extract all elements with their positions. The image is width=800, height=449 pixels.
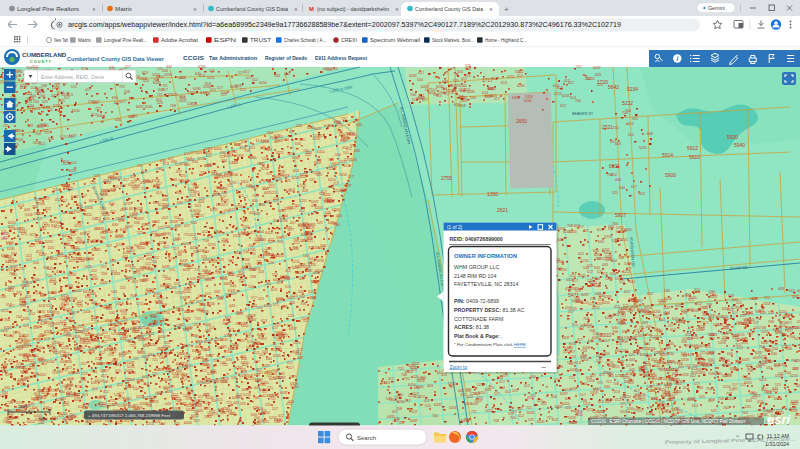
svg-text:417: 417 <box>160 233 166 237</box>
svg-text:...: ... <box>541 363 546 369</box>
svg-text:443: 443 <box>258 270 264 274</box>
svg-text:525: 525 <box>632 117 638 121</box>
svg-text:630: 630 <box>23 317 29 321</box>
svg-text:412: 412 <box>252 78 258 82</box>
svg-text:525: 525 <box>175 237 181 241</box>
svg-text:5318: 5318 <box>681 373 689 377</box>
svg-text:704: 704 <box>299 295 305 299</box>
svg-text:534: 534 <box>133 387 139 391</box>
svg-text:6437: 6437 <box>758 363 766 367</box>
svg-text:5215: 5215 <box>706 352 714 356</box>
svg-text:6205: 6205 <box>562 94 570 98</box>
svg-text:ACRES: 81.38: ACRES: 81.38 <box>454 324 489 330</box>
svg-text:443: 443 <box>148 332 154 336</box>
svg-text:534: 534 <box>243 225 249 229</box>
svg-text:525: 525 <box>231 376 237 380</box>
svg-text:525: 525 <box>528 418 534 422</box>
svg-text:6437: 6437 <box>280 391 288 395</box>
svg-text:443: 443 <box>629 358 635 362</box>
svg-text:613: 613 <box>565 388 571 392</box>
svg-text:443: 443 <box>732 298 738 302</box>
svg-text:704: 704 <box>785 371 791 375</box>
svg-text:517: 517 <box>131 180 137 184</box>
svg-text:517: 517 <box>251 296 257 300</box>
svg-text:BEAVER ST: BEAVER ST <box>572 112 594 116</box>
svg-text:6410: 6410 <box>405 370 413 374</box>
svg-text:517: 517 <box>81 362 87 366</box>
svg-text:515: 515 <box>169 268 175 272</box>
svg-text:721: 721 <box>764 296 770 300</box>
svg-text:5318: 5318 <box>341 138 349 142</box>
svg-text:721: 721 <box>133 404 139 408</box>
svg-text:525: 525 <box>58 414 64 418</box>
svg-text:5318: 5318 <box>449 406 457 410</box>
svg-text:704: 704 <box>267 131 273 135</box>
svg-text:6205: 6205 <box>102 213 110 217</box>
svg-text:515: 515 <box>685 364 691 368</box>
svg-text:517: 517 <box>222 203 228 207</box>
svg-text:515: 515 <box>515 70 521 74</box>
svg-text:6410: 6410 <box>602 301 610 305</box>
svg-text:6205: 6205 <box>193 87 201 91</box>
svg-text:443: 443 <box>196 151 202 155</box>
svg-text:i: i <box>676 55 678 62</box>
svg-text:6410: 6410 <box>47 267 55 271</box>
svg-text:412: 412 <box>651 358 657 362</box>
svg-text:525: 525 <box>111 332 117 336</box>
svg-text:525: 525 <box>67 238 73 242</box>
svg-text:525: 525 <box>317 221 323 225</box>
svg-text:525: 525 <box>90 181 96 185</box>
svg-text:443: 443 <box>642 321 648 325</box>
svg-text:630: 630 <box>171 160 177 164</box>
svg-text:721: 721 <box>620 402 626 406</box>
svg-text:6410: 6410 <box>74 289 82 293</box>
svg-text:534: 534 <box>303 254 309 258</box>
svg-text:5215: 5215 <box>123 202 131 206</box>
svg-text:443: 443 <box>678 365 684 369</box>
svg-text:708: 708 <box>41 84 47 88</box>
svg-text:534: 534 <box>386 397 392 401</box>
svg-text:5318: 5318 <box>85 206 93 210</box>
svg-text:COUNTY: COUNTY <box>30 60 52 64</box>
svg-text:721: 721 <box>337 130 343 134</box>
svg-text:534: 534 <box>2 391 8 395</box>
svg-text:721: 721 <box>174 216 180 220</box>
svg-text:613: 613 <box>82 393 88 397</box>
svg-text:417: 417 <box>565 306 571 310</box>
svg-text:613: 613 <box>34 107 40 111</box>
svg-text:704: 704 <box>33 100 39 104</box>
svg-text:704: 704 <box>74 210 80 214</box>
svg-text:704: 704 <box>625 109 631 113</box>
svg-text:412: 412 <box>287 361 293 365</box>
svg-text:Cumberland County GIS Data: Cumberland County GIS Data <box>415 6 483 12</box>
svg-text:704: 704 <box>80 378 86 382</box>
svg-text:525: 525 <box>120 286 126 290</box>
svg-text:5318: 5318 <box>764 390 772 394</box>
svg-text:(1 of 2): (1 of 2) <box>447 225 463 230</box>
svg-text:708: 708 <box>276 236 282 240</box>
svg-text:515: 515 <box>658 299 664 303</box>
svg-text:5318: 5318 <box>84 265 92 269</box>
svg-text:517: 517 <box>587 270 593 274</box>
svg-text:OWNER INFORMATION: OWNER INFORMATION <box>454 253 517 259</box>
svg-text:6205: 6205 <box>47 360 55 364</box>
svg-text:6437: 6437 <box>278 209 286 213</box>
svg-text:412: 412 <box>287 206 293 210</box>
svg-text:412: 412 <box>202 230 208 234</box>
svg-text:525: 525 <box>172 93 178 97</box>
svg-text:708: 708 <box>622 340 628 344</box>
svg-text:6437: 6437 <box>387 415 395 419</box>
svg-text:2621: 2621 <box>497 207 508 213</box>
svg-text:412: 412 <box>92 387 98 391</box>
svg-text:517: 517 <box>580 393 586 397</box>
svg-text:721: 721 <box>195 317 201 321</box>
svg-text:5215: 5215 <box>299 199 307 203</box>
svg-text:517: 517 <box>238 71 244 75</box>
svg-text:6437: 6437 <box>60 360 68 364</box>
svg-text:721: 721 <box>786 327 792 331</box>
svg-text:630: 630 <box>112 96 118 100</box>
svg-text:534: 534 <box>120 184 126 188</box>
svg-text:525: 525 <box>61 322 67 326</box>
svg-text:443: 443 <box>595 292 601 296</box>
svg-text:✕: ✕ <box>92 7 96 12</box>
